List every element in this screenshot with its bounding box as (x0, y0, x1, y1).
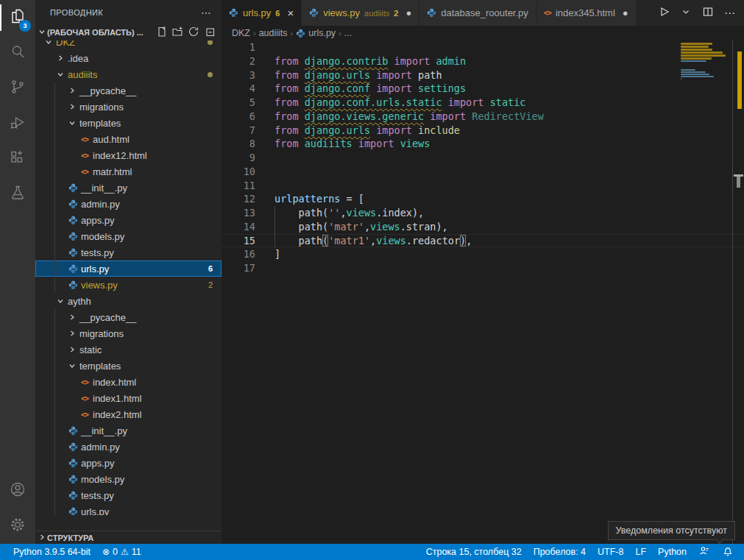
line-number[interactable]: 13 (222, 206, 255, 220)
tree-item-index.html[interactable]: <>index.html (35, 374, 222, 390)
status-eol[interactable]: LF (629, 544, 652, 560)
tree-item-admin.py[interactable]: admin.py (35, 196, 222, 212)
code-line[interactable]: 17 (222, 261, 744, 275)
tree-item-__pycache__[interactable]: __pycache__ (35, 309, 222, 325)
workspace-section-header[interactable]: (РАБОЧАЯ ОБЛАСТЬ) ... (35, 24, 222, 40)
code-line[interactable]: 3from django.urls import path (222, 68, 744, 82)
tree-item-index12.html[interactable]: <>index12.html (35, 147, 222, 163)
line-number[interactable]: 5 (222, 96, 255, 110)
run-icon[interactable] (658, 6, 670, 21)
tree-item-static[interactable]: static (35, 341, 222, 358)
minimap[interactable] (681, 40, 732, 544)
breadcrumb-item-urls.py[interactable]: urls.py (296, 28, 336, 38)
tab-views.py[interactable]: views.pyaudiiits2● (302, 0, 419, 26)
code-line[interactable]: 10 (222, 165, 744, 179)
status-notifications[interactable] (716, 544, 740, 560)
tab-database_roouter.py[interactable]: database_roouter.py (419, 0, 536, 26)
status-problems[interactable]: ⊗0⚠11 (96, 544, 147, 560)
status-cursor-position[interactable]: Строка 15, столбец 32 (420, 544, 528, 560)
line-number[interactable]: 10 (222, 165, 255, 179)
tree-item-matr.html[interactable]: <>matr.html (35, 163, 222, 180)
activity-item-source-control[interactable] (0, 71, 35, 106)
status-language-mode[interactable]: Python (652, 544, 692, 560)
new-file-icon[interactable] (155, 26, 167, 39)
split-editor-icon[interactable] (702, 6, 714, 21)
code-editor[interactable]: 12from django.contrib import admin3from … (222, 40, 744, 544)
status-feedback[interactable] (692, 544, 716, 560)
tree-item-__init__.py[interactable]: __init__.py (35, 180, 222, 196)
line-number[interactable]: 2 (222, 54, 255, 68)
tree-item-admin.py[interactable]: admin.py (35, 439, 222, 455)
tab-urls.py[interactable]: urls.py6× (222, 0, 302, 26)
code-line[interactable]: 14 path('matr',views.stran), (222, 220, 744, 234)
line-number[interactable]: 8 (222, 137, 255, 151)
tree-item-DKZ[interactable]: DKZ (35, 40, 222, 50)
breadcrumb-item-DKZ[interactable]: DKZ (232, 28, 250, 38)
activity-item-account[interactable] (0, 473, 35, 508)
tree-item-apps.py[interactable]: apps.py (35, 212, 222, 228)
close-icon[interactable]: × (287, 7, 294, 19)
tree-item-templates[interactable]: templates (35, 358, 222, 374)
code-line[interactable]: 8from audiiits import views (222, 137, 744, 151)
code-line[interactable]: 12urlpatterns = [ (222, 192, 744, 206)
line-number[interactable]: 4 (222, 82, 255, 96)
tree-item-urls.py[interactable]: urls.py6 (35, 260, 222, 277)
modified-dot-icon[interactable]: ● (405, 7, 411, 18)
outline-section-header[interactable]: СТРУКТУРА (35, 531, 222, 544)
tree-item-models.py[interactable]: models.py (35, 228, 222, 244)
modified-dot-icon[interactable]: ● (623, 7, 628, 18)
activity-item-explorer[interactable]: 3 (0, 0, 35, 35)
tree-item-models.py[interactable]: models.py (35, 471, 222, 487)
code-line[interactable]: 16] (222, 247, 744, 261)
activity-item-settings[interactable] (0, 508, 35, 544)
tree-item-migrations[interactable]: migrations (35, 99, 222, 115)
activity-item-run-and-debug[interactable] (0, 106, 35, 141)
tree-item-apps.py[interactable]: apps.py (35, 455, 222, 471)
collapse-all-icon[interactable] (204, 26, 216, 39)
line-number[interactable]: 9 (222, 151, 255, 165)
status-encoding[interactable]: UTF-8 (592, 544, 629, 560)
breadcrumb-item-audiiits[interactable]: audiiits (259, 28, 288, 38)
more-actions-icon[interactable]: ⋯ (724, 7, 735, 20)
tree-item-views.py[interactable]: views.py2 (35, 277, 222, 293)
tree-item-audiiits[interactable]: audiiits (35, 66, 222, 82)
tree-item-aud.html[interactable]: <>aud.html (35, 131, 222, 147)
breadcrumb-item-...[interactable]: ... (344, 28, 352, 38)
status-python-interpreter[interactable]: Python 3.9.5 64-bit (7, 544, 96, 560)
line-number[interactable]: 17 (222, 261, 255, 275)
new-folder-icon[interactable] (171, 26, 183, 39)
tree-item-.idea[interactable]: .idea (35, 50, 222, 66)
tree-item-index2.html[interactable]: <>index2.html (35, 406, 222, 422)
scrollbar-slider[interactable] (737, 177, 740, 188)
line-number[interactable]: 14 (222, 220, 255, 234)
line-number[interactable]: 12 (222, 192, 255, 206)
activity-item-extensions[interactable] (0, 141, 35, 177)
line-number[interactable]: 11 (222, 179, 255, 193)
code-line[interactable]: 1 (222, 40, 744, 54)
line-number[interactable]: 6 (222, 110, 255, 124)
code-line[interactable]: 11 (222, 179, 744, 193)
code-line[interactable]: 5from django.conf.urls.static import sta… (222, 96, 744, 110)
tree-item-urls.py[interactable]: urls.py (35, 503, 222, 515)
code-line[interactable]: 6from django.views.generic import Redire… (222, 110, 744, 124)
tab-index345.html[interactable]: <>index345.html● (536, 0, 637, 26)
code-line[interactable]: 4from django.conf import settings (222, 82, 744, 96)
tree-item-templates[interactable]: templates (35, 115, 222, 131)
line-number[interactable]: 7 (222, 124, 255, 138)
code-line[interactable]: 13 path('',views.index), (222, 206, 744, 220)
tree-item-__pycache__[interactable]: __pycache__ (35, 82, 222, 99)
activity-item-testing[interactable] (0, 177, 35, 212)
tree-item-tests.py[interactable]: tests.py (35, 244, 222, 260)
line-number[interactable]: 15 (222, 234, 255, 248)
tree-item-__init__.py[interactable]: __init__.py (35, 422, 222, 439)
refresh-icon[interactable] (188, 26, 199, 39)
tree-item-index1.html[interactable]: <>index1.html (35, 390, 222, 406)
tree-item-aythh[interactable]: aythh (35, 293, 222, 309)
status-indentation[interactable]: Пробелов: 4 (528, 544, 592, 560)
line-number[interactable]: 1 (222, 40, 255, 54)
overview-ruler-warning-marker[interactable] (737, 52, 742, 109)
code-line[interactable]: 15 path('matr1',views.redactor), (222, 234, 744, 248)
chevron-down-icon[interactable] (680, 6, 692, 21)
line-number[interactable]: 16 (222, 247, 255, 261)
code-line[interactable]: 9 (222, 151, 744, 165)
